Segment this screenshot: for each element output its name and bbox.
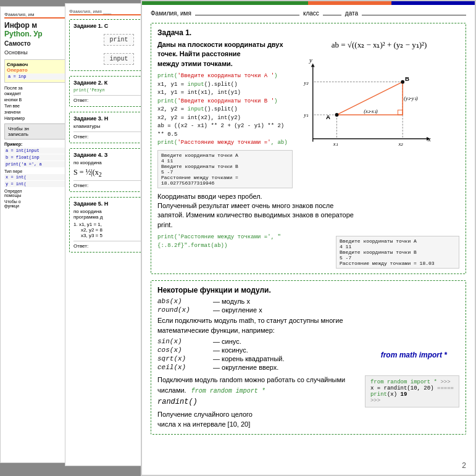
name-label: Фамилия, имя [151, 10, 191, 17]
random-section: Подключив модуль random можно работать с… [157, 375, 459, 429]
formula-text: Даны на плоскости координаты двух точек.… [157, 40, 293, 188]
date-label: дата [345, 10, 358, 17]
svg-text:y: y [309, 57, 312, 64]
func-sin: sin(x) — синус. [157, 338, 285, 345]
func-cos: cos(x) — косинус. [157, 346, 285, 354]
svg-rect-12 [398, 110, 403, 115]
svg-text:y₂: y₂ [303, 80, 309, 86]
top-color-bar [142, 1, 475, 5]
svg-point-16 [401, 80, 404, 84]
svg-text:x₁: x₁ [333, 141, 338, 147]
random-code-inner: from random import * >>> x = randint(10,… [365, 375, 459, 407]
functions-section: Некоторые функции и модули. abs(x) — мод… [151, 280, 466, 435]
math-module-note: Если подключить модуль math, то станут д… [157, 316, 459, 335]
randint-desc: Получение случайного целого числа x на и… [157, 410, 359, 429]
svg-text:y₁: y₁ [303, 112, 309, 118]
class-label: класс [303, 10, 319, 17]
task1-section: Задача 1. Даны на плоскости координаты д… [151, 23, 466, 274]
task1-desc: Даны на плоскости координаты двух точек.… [157, 40, 293, 69]
func-round: round(x) — округление x [157, 306, 459, 314]
page-number: 2 [462, 461, 466, 470]
decimal-note: Координаты вводи через пробел. Полученны… [157, 192, 459, 269]
svg-text:(y₂-y₁): (y₂-y₁) [404, 95, 418, 101]
coordinate-graph: x y [299, 55, 435, 154]
pages-wrapper: Фамилия, им Инфор м Python. Ур Самосто О… [0, 0, 476, 476]
math-formula: ab = √((x₂ − x₁)² + (y₂ − y₁)²) [299, 40, 459, 50]
random-text: Подключив модуль random можно работать с… [157, 375, 359, 429]
svg-text:x₂: x₂ [398, 141, 403, 147]
svg-text:A: A [326, 114, 330, 120]
trig-funcs-left: sin(x) — синус. cos(x) — косинус. sqrt(x… [157, 338, 285, 372]
code2-row: print('Расстояние между точками =', "{:.… [157, 233, 459, 269]
func-sqrt: sqrt(x) — корень квадратный. [157, 355, 285, 362]
from-math-badge: from math import * [291, 338, 460, 372]
output-box1: Введите координаты точки А 4 11 Введите … [157, 150, 293, 188]
print-box: print [104, 34, 133, 46]
page3: Фамилия, имя класс дата Задача 1. Даны н… [141, 0, 476, 476]
formula-right: ab = √((x₂ − x₁)² + (y₂ − y₁)²) x y [299, 40, 459, 155]
code2-text: print('Расстояние между точками =', "{:.… [157, 233, 328, 250]
p3-header: Фамилия, имя класс дата [151, 10, 466, 17]
randint-label: randint() [157, 397, 359, 407]
svg-text:B: B [405, 75, 409, 82]
code2-block: print('Расстояние между точками =', "{:.… [157, 233, 328, 250]
svg-marker-3 [311, 64, 315, 67]
formula-row: Даны на плоскости координаты двух точек.… [157, 40, 459, 188]
trig-funcs-row: sin(x) — синус. cos(x) — косинус. sqrt(x… [157, 338, 459, 372]
svg-text:(x₂-x₁): (x₂-x₁) [364, 108, 378, 114]
svg-text:x: x [427, 136, 431, 143]
random-code-box: from random import * >>> x = randint(10,… [365, 375, 459, 407]
output-box2: Введите координаты точки А 4 11 Введите … [336, 236, 459, 269]
func-abs: abs(x) — модуль x [157, 298, 459, 305]
random-title2-row: числами. from random import * [157, 386, 359, 396]
task1-section-title: Задача 1. [157, 28, 459, 37]
svg-point-14 [335, 113, 339, 117]
input-box: input [104, 53, 133, 65]
func-ceil: ceil(x) — округление вверх. [157, 364, 285, 371]
functions-title: Некоторые функции и модули. [157, 286, 459, 294]
code-block: print('Введите координаты точки A ') x1,… [157, 72, 293, 148]
